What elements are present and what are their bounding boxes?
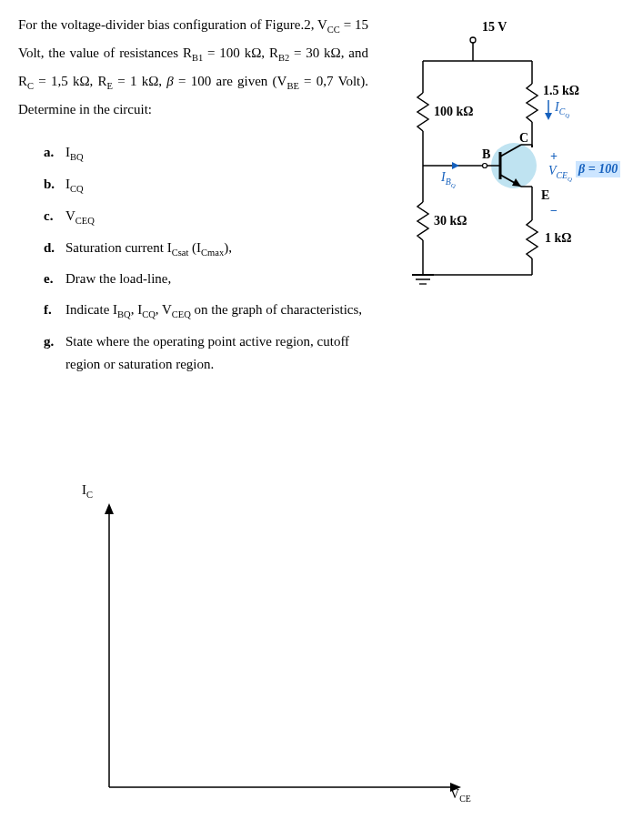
sub: CEQ (75, 216, 95, 226)
sub: C (27, 81, 34, 91)
item-letter: b. (44, 173, 65, 197)
sub: Csat (172, 248, 189, 258)
item-d: d. Saturation current ICsat (ICmax), (44, 237, 368, 261)
item-letter: d. (44, 237, 65, 261)
problem-statement: For the voltage-divider bias configurati… (18, 11, 368, 123)
ibq-label: IBQ (441, 170, 456, 188)
beta-label: β = 100 (576, 161, 620, 177)
text: , I (131, 302, 143, 317)
svg-point-0 (470, 37, 476, 43)
sub: CQ (142, 309, 156, 319)
text: on the graph of characteristics, (191, 302, 362, 317)
x-axis-label: VCE (450, 787, 471, 804)
svg-marker-28 (545, 113, 552, 120)
plus-label: + (550, 149, 558, 164)
task-list: a. IBQ b. ICQ c. VCEQ d. Satura (44, 141, 368, 377)
minus-label: − (550, 204, 558, 218)
sub: BQ (117, 309, 131, 319)
item-f: f. Indicate IBQ, ICQ, VCEQ on the graph … (44, 299, 368, 323)
item-g: g. State where the operating point activ… (44, 330, 368, 377)
rb1-label: 100 kΩ (434, 105, 474, 119)
beta: β (166, 74, 173, 88)
sub: CEQ (172, 309, 191, 319)
sub: CC (327, 25, 340, 35)
sub: B2 (278, 53, 289, 63)
item-b: b. ICQ (44, 173, 368, 197)
text: V (65, 208, 75, 223)
text: = 100 are given (V (174, 74, 287, 88)
item-letter: a. (44, 141, 65, 166)
item-content: ICQ (65, 173, 368, 197)
item-content: IBQ (65, 141, 368, 166)
vceq-label: VCEQ (548, 164, 572, 182)
text: ), (224, 240, 232, 255)
node-b: B (482, 147, 490, 162)
text: For the voltage-divider bias configurati… (18, 17, 327, 32)
sub: BE (286, 81, 298, 91)
svg-point-17 (483, 164, 487, 168)
sub: BQ (70, 152, 84, 162)
item-content: Draw the load-line, (65, 268, 368, 291)
re-label: 1 kΩ (545, 231, 572, 246)
item-letter: c. (44, 205, 65, 229)
item-content: Saturation current ICsat (ICmax), (65, 237, 368, 261)
item-content: State where the operating point active r… (65, 330, 368, 377)
vcc-label: 15 V (482, 20, 507, 35)
y-axis-label: IC (82, 482, 93, 500)
axes-svg (64, 496, 473, 805)
text: , V (156, 302, 172, 317)
sub: B1 (192, 53, 203, 63)
item-c: c. VCEQ (44, 205, 368, 229)
node-c: C (519, 131, 528, 146)
sub: Cmax (201, 248, 224, 258)
svg-marker-6 (452, 162, 459, 169)
item-e: e. Draw the load-line, (44, 268, 368, 291)
icq-label: ICQ (555, 100, 569, 118)
text: = 1 kΩ, (113, 74, 166, 88)
item-content: Indicate IBQ, ICQ, VCEQ on the graph of … (65, 299, 368, 323)
text: (I (188, 240, 201, 255)
rb2-label: 30 kΩ (434, 214, 467, 228)
rc-label: 1.5 kΩ (543, 84, 579, 98)
text: = 100 kΩ, R (203, 46, 278, 60)
item-letter: g. (44, 330, 65, 377)
text: Indicate I (65, 302, 117, 317)
text: resistances R (119, 46, 192, 60)
text: Saturation current I (65, 240, 172, 255)
characteristics-graph: IC VCE (64, 496, 473, 815)
circuit-diagram: 15 V 100 kΩ 30 kΩ 1.5 kΩ 1 kΩ B C E IBQ … (368, 20, 605, 298)
item-content: VCEQ (65, 205, 368, 229)
node-e: E (541, 188, 549, 203)
svg-marker-30 (105, 503, 114, 514)
item-letter: e. (44, 268, 65, 291)
sub: CQ (70, 184, 84, 194)
item-a: a. IBQ (44, 141, 368, 166)
item-letter: f. (44, 299, 65, 323)
text: = 1,5 kΩ, R (34, 74, 107, 88)
text: = 0,7 (299, 74, 334, 88)
